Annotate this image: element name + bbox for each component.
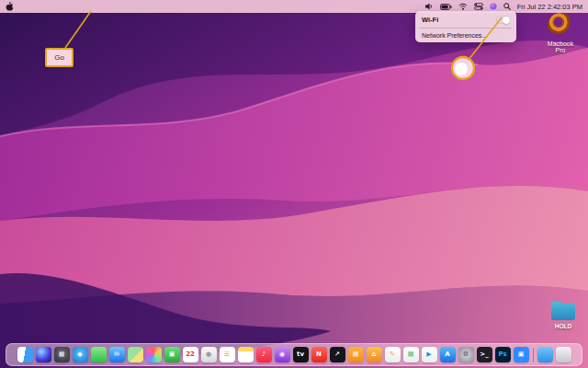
- dock-apps: ▦◆✉▣22●☰♪◉tvN↗▤⌂✎▤▶A⚙>_Ps▣: [17, 347, 529, 362]
- desktop-icon-hold-folder[interactable]: HOLD: [548, 304, 579, 329]
- dock-zoom[interactable]: ▣: [514, 347, 529, 362]
- dock-tv[interactable]: tv: [293, 347, 309, 362]
- dock-shortcuts: [537, 347, 571, 362]
- wifi-toggle-knob: [503, 17, 510, 24]
- dock-calendar[interactable]: 22: [183, 347, 198, 362]
- dock-safari[interactable]: ◆: [73, 347, 88, 362]
- battery-icon[interactable]: [440, 4, 452, 10]
- wifi-menu: Wi-Fi Network Preferences...: [415, 11, 516, 42]
- dock-reminders[interactable]: ☰: [220, 347, 235, 362]
- dock-numbers[interactable]: ▤: [403, 347, 419, 362]
- dock-keynote[interactable]: ▶: [422, 347, 437, 362]
- volume-icon[interactable]: [425, 3, 434, 10]
- wifi-menu-row[interactable]: Wi-Fi: [415, 13, 516, 27]
- wifi-toggle[interactable]: [496, 16, 510, 24]
- dock-contacts[interactable]: ●: [201, 347, 217, 362]
- dock-terminal[interactable]: >_: [477, 347, 492, 362]
- dock-photoshop[interactable]: Ps: [495, 347, 511, 362]
- desktop-icon-label: Macbook Pro: [542, 40, 579, 53]
- menu-bar-clock[interactable]: Fri Jul 22 2:42:03 PM: [517, 3, 582, 11]
- dock-books[interactable]: ▤: [348, 347, 364, 362]
- dock-app-store[interactable]: A: [440, 347, 456, 362]
- dock-facetime[interactable]: ▣: [164, 347, 180, 362]
- dock-finder[interactable]: [17, 347, 33, 362]
- dock-notes[interactable]: [238, 347, 254, 362]
- desktop-icon-macbook-pro[interactable]: Macbook Pro: [542, 13, 579, 53]
- dock: ▦◆✉▣22●☰♪◉tvN↗▤⌂✎▤▶A⚙>_Ps▣: [6, 343, 582, 366]
- wallpaper: [0, 0, 588, 368]
- dock-news[interactable]: N: [311, 347, 327, 362]
- spotlight-icon[interactable]: [503, 3, 511, 10]
- wifi-icon[interactable]: [458, 3, 468, 10]
- macos-desktop: Fri Jul 22 2:42:03 PM Wi-Fi Network Pref…: [0, 0, 588, 368]
- folder-label: HOLD: [548, 323, 579, 329]
- go-callout: Go: [45, 48, 74, 67]
- wifi-menu-title: Wi-Fi: [422, 16, 438, 24]
- apple-logo-icon: [6, 2, 14, 11]
- dock-downloads-folder[interactable]: [537, 347, 553, 362]
- dock-messages[interactable]: [91, 347, 107, 362]
- dock-stocks[interactable]: ↗: [330, 347, 345, 362]
- dock-mail[interactable]: ✉: [109, 347, 125, 362]
- dock-launchpad[interactable]: ▦: [54, 347, 70, 362]
- dock-podcasts[interactable]: ◉: [275, 347, 290, 362]
- dock-siri[interactable]: [36, 347, 51, 362]
- folder-icon: [551, 304, 575, 320]
- menu-bar-status: Fri Jul 22 2:42:03 PM: [425, 3, 582, 11]
- siri-icon[interactable]: [490, 3, 497, 10]
- dock-music[interactable]: ♪: [256, 347, 272, 362]
- wifi-menu-network-preferences[interactable]: Network Preferences...: [415, 29, 516, 40]
- dock-separator: [533, 348, 534, 362]
- apple-menu[interactable]: [6, 2, 14, 11]
- control-center-icon[interactable]: [474, 3, 483, 10]
- go-callout-label: Go: [54, 53, 64, 62]
- dock-system-preferences[interactable]: ⚙: [458, 347, 474, 362]
- dock-home[interactable]: ⌂: [367, 347, 382, 362]
- wifi-menu-separator: [420, 28, 512, 29]
- dock-maps[interactable]: [128, 347, 143, 362]
- orange-ring-icon: [548, 13, 573, 39]
- dock-trash[interactable]: [556, 347, 571, 362]
- dock-photos[interactable]: [146, 347, 162, 362]
- dock-pages[interactable]: ✎: [385, 347, 401, 362]
